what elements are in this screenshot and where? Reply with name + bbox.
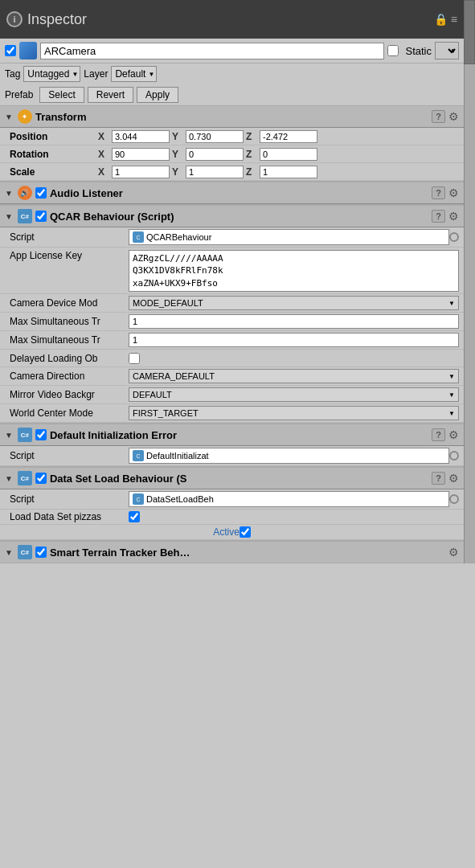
qcar-script-icon: C# <box>18 209 32 223</box>
qcar-header: ▼ C# QCAR Behaviour (Script) ? ⚙ <box>0 205 464 227</box>
dataset-load-section: ▼ C# Data Set Load Behaviour (S ? ⚙ Scri… <box>0 467 464 541</box>
scale-x-input[interactable] <box>112 166 170 178</box>
smart-terrain-header: ▼ C# Smart Terrain Tracker Beh… ⚙ <box>0 541 464 563</box>
load-data-label: Load Data Set pizzas <box>10 511 129 522</box>
activate-link[interactable]: Active <box>213 526 240 538</box>
layer-select[interactable]: Default <box>111 66 157 82</box>
tag-layer-row: Tag Untagged Layer Default <box>0 63 464 84</box>
tag-select[interactable]: Untagged <box>23 66 80 82</box>
audio-checkbox[interactable] <box>35 187 47 199</box>
position-label: Position <box>10 131 98 142</box>
pos-x-label: X <box>98 131 109 142</box>
tag-select-wrapper[interactable]: Untagged <box>23 66 80 82</box>
audio-help-button[interactable]: ? <box>432 186 445 199</box>
rotation-xyz: X Y Z <box>98 148 459 161</box>
camera-device-dropdown[interactable]: MODE_DEFAULT <box>129 296 459 310</box>
transform-collapse-icon[interactable]: ▼ <box>5 113 13 121</box>
smart-terrain-checkbox[interactable] <box>35 547 47 558</box>
revert-button[interactable]: Revert <box>88 87 133 103</box>
audio-gear-button[interactable]: ⚙ <box>448 186 459 199</box>
static-dropdown[interactable] <box>435 42 459 59</box>
scrollbar[interactable] <box>464 0 475 563</box>
app-license-value[interactable]: AZRgzCL/////AAAAAQ3KX1DV8kFRlFn78kxaZNA+… <box>129 250 459 292</box>
position-row: Position X Y Z <box>0 128 464 145</box>
world-center-dropdown[interactable]: FIRST_TARGET <box>129 406 459 420</box>
default-init-help-button[interactable]: ? <box>432 428 445 441</box>
scale-xyz: X Y Z <box>98 166 459 178</box>
qcar-checkbox[interactable] <box>35 211 47 222</box>
lock-icon[interactable]: 🔒 <box>434 13 448 26</box>
max-sim1-input[interactable] <box>129 314 459 329</box>
qcar-script-value: C QCARBehaviour <box>129 229 449 245</box>
pos-y-input[interactable] <box>186 130 244 143</box>
prefab-label: Prefab <box>5 89 33 100</box>
audio-collapse-icon[interactable]: ▼ <box>5 189 13 198</box>
smart-terrain-script-icon: C# <box>18 545 32 559</box>
qcar-script-label: Script <box>10 231 129 243</box>
arcamera-cube-icon <box>19 42 37 59</box>
transform-gear-button[interactable]: ⚙ <box>448 110 459 123</box>
default-init-file-icon: C <box>133 450 144 461</box>
inspector-header: i Inspector 🔒 ≡ <box>0 0 464 39</box>
rot-y-input[interactable] <box>186 148 244 161</box>
qcar-script-dot[interactable] <box>449 232 459 242</box>
delayed-loading-checkbox[interactable] <box>129 353 140 364</box>
world-center-label: World Center Mode <box>10 407 129 419</box>
activate-checkbox[interactable] <box>240 526 251 538</box>
inspector-title: Inspector <box>27 11 434 28</box>
smart-terrain-collapse-icon[interactable]: ▼ <box>5 548 13 557</box>
qcar-collapse-icon[interactable]: ▼ <box>5 212 13 221</box>
default-init-script-row: Script C DefaultInitializat <box>0 446 464 466</box>
static-label: Static <box>405 45 432 57</box>
max-sim2-input[interactable] <box>129 333 459 347</box>
qcar-name: QCAR Behaviour (Script) <box>50 211 428 223</box>
max-sim2-row: Max Simultaneous Tr <box>0 331 464 350</box>
pos-z-input[interactable] <box>260 130 317 143</box>
mirror-video-dropdown[interactable]: DEFAULT <box>129 387 459 402</box>
rot-y-label: Y <box>172 149 183 160</box>
load-data-checkbox[interactable] <box>129 511 140 522</box>
static-checkbox[interactable] <box>387 45 399 56</box>
tag-label: Tag <box>5 68 20 80</box>
dataset-collapse-icon[interactable]: ▼ <box>5 474 13 483</box>
menu-icon[interactable]: ≡ <box>451 13 457 26</box>
dataset-script-dot[interactable] <box>449 494 459 504</box>
scale-z-input[interactable] <box>260 166 317 178</box>
select-button[interactable]: Select <box>39 87 84 103</box>
dataset-load-header: ▼ C# Data Set Load Behaviour (S ? ⚙ <box>0 467 464 489</box>
qcar-gear-button[interactable]: ⚙ <box>448 210 459 223</box>
rotation-label: Rotation <box>10 149 98 160</box>
qcar-help-button[interactable]: ? <box>432 210 445 223</box>
dataset-checkbox[interactable] <box>35 473 47 484</box>
arcamera-name-input[interactable] <box>40 43 384 59</box>
camera-direction-dropdown[interactable]: CAMERA_DEFAULT <box>129 369 459 383</box>
transform-help-button[interactable]: ? <box>432 110 445 123</box>
default-init-collapse-icon[interactable]: ▼ <box>5 431 13 440</box>
pos-x-input[interactable] <box>112 130 170 143</box>
default-init-gear-button[interactable]: ⚙ <box>448 428 459 441</box>
rot-x-input[interactable] <box>112 148 170 161</box>
layer-select-wrapper[interactable]: Default <box>111 66 157 82</box>
scale-y-input[interactable] <box>186 166 244 178</box>
default-init-script-value: C DefaultInitializat <box>129 448 449 464</box>
position-xyz: X Y Z <box>98 130 459 143</box>
default-init-checkbox[interactable] <box>35 429 47 440</box>
apply-button[interactable]: Apply <box>137 87 178 103</box>
qcar-section: ▼ C# QCAR Behaviour (Script) ? ⚙ Script … <box>0 205 464 424</box>
mirror-video-row: Mirror Video Backgr DEFAULT <box>0 386 464 404</box>
default-init-script-dot[interactable] <box>449 451 459 461</box>
scroll-thumb[interactable] <box>464 0 475 64</box>
smart-terrain-name: Smart Terrain Tracker Beh… <box>50 547 445 559</box>
static-dropdown-wrapper[interactable] <box>435 42 459 59</box>
dataset-script-value: C DataSetLoadBeh <box>129 491 449 507</box>
transform-icon: ✦ <box>18 109 32 124</box>
scale-z-label: Z <box>246 166 257 178</box>
smart-terrain-gear-button[interactable]: ⚙ <box>448 546 459 559</box>
world-center-row: World Center Mode FIRST_TARGET <box>0 404 464 423</box>
arcamera-checkbox[interactable] <box>5 45 16 56</box>
mirror-video-label: Mirror Video Backgr <box>10 389 129 400</box>
dataset-gear-button[interactable]: ⚙ <box>448 472 459 485</box>
default-init-script-label: Script <box>10 450 129 461</box>
rot-z-input[interactable] <box>260 148 317 161</box>
dataset-help-button[interactable]: ? <box>432 472 445 485</box>
